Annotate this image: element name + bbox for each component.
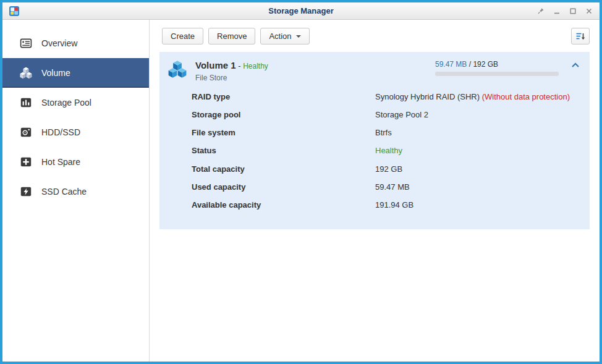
titlebar: Storage Manager (2, 2, 600, 20)
detail-label: Status (192, 145, 375, 157)
maximize-button[interactable] (569, 7, 577, 15)
detail-value: 192 GB (375, 163, 402, 176)
detail-row-status: Status Healthy (192, 145, 580, 157)
volume-subtitle: File Store (195, 74, 268, 82)
action-button-label: Action (269, 32, 291, 41)
detail-value: 191.94 GB (375, 199, 413, 211)
detail-row-file-system: File system Btrfs (192, 127, 580, 139)
volume-usage: 59.47 MB / 192 GB (435, 60, 559, 76)
main-content: Create Remove Action (150, 20, 600, 362)
close-button[interactable] (585, 7, 593, 15)
sidebar-item-volume[interactable]: Volume (2, 58, 149, 88)
detail-row-storage-pool: Storage pool Storage Pool 2 (192, 109, 580, 121)
remove-button[interactable]: Remove (208, 28, 255, 44)
usage-total: 192 GB (473, 60, 498, 69)
sidebar-item-label: Overview (41, 38, 77, 48)
storage-manager-app-icon (9, 6, 20, 17)
volume-panel-header[interactable]: Volume 1 - Healthy File Store 59.47 MB /… (159, 52, 590, 86)
detail-row-total-capacity: Total capacity 192 GB (192, 163, 580, 176)
sidebar: Overview (2, 20, 150, 362)
window-title: Storage Manager (2, 6, 600, 15)
storage-pool-icon (20, 96, 32, 109)
app-body: Overview (2, 20, 600, 362)
detail-row-available-capacity: Available capacity 191.94 GB (192, 199, 580, 211)
minimize-button[interactable] (553, 7, 561, 15)
detail-row-used-capacity: Used capacity 59.47 MB (192, 181, 580, 193)
create-button[interactable]: Create (162, 28, 203, 44)
hdd-ssd-icon (20, 126, 32, 138)
detail-value-status: Healthy (375, 145, 402, 157)
sidebar-item-ssd-cache[interactable]: SSD Cache (2, 177, 149, 206)
sidebar-item-label: Storage Pool (41, 98, 91, 108)
sort-list-icon (575, 32, 585, 41)
usage-used: 59.47 MB (435, 60, 467, 69)
ssd-cache-icon (20, 185, 32, 198)
detail-value: Btrfs (375, 127, 392, 139)
window-controls (536, 7, 593, 15)
detail-label: Used capacity (192, 181, 375, 193)
sidebar-item-label: HDD/SSD (41, 127, 80, 137)
pin-button[interactable] (536, 7, 545, 15)
detail-label: Available capacity (192, 199, 375, 211)
hot-spare-icon (20, 156, 32, 168)
detail-value: Synology Hybrid RAID (SHR) (Without data… (375, 91, 570, 103)
usage-bar (435, 72, 559, 76)
usage-text: 59.47 MB / 192 GB (435, 60, 559, 69)
sidebar-item-hot-spare[interactable]: Hot Spare (2, 147, 149, 177)
sidebar-item-label: Volume (41, 68, 70, 78)
volume-title: Volume 1 (195, 60, 236, 70)
sidebar-item-overview[interactable]: Overview (2, 28, 149, 58)
sidebar-item-storage-pool[interactable]: Storage Pool (2, 88, 149, 117)
sidebar-item-label: Hot Spare (41, 157, 80, 167)
action-button[interactable]: Action (260, 28, 309, 44)
overview-icon (20, 37, 32, 49)
detail-label: Storage pool (192, 109, 375, 121)
sidebar-item-label: SSD Cache (41, 187, 87, 197)
volume-cubes-icon (168, 60, 187, 78)
volume-cubes-icon (20, 67, 32, 79)
toolbar: Create Remove Action (150, 20, 600, 49)
detail-label: RAID type (192, 91, 375, 103)
detail-value: 59.47 MB (375, 181, 410, 193)
detail-row-raid-type: RAID type Synology Hybrid RAID (SHR) (Wi… (192, 91, 580, 103)
volume-titles: Volume 1 - Healthy File Store (195, 60, 268, 82)
detail-label: File system (192, 127, 375, 139)
sidebar-item-hdd-ssd[interactable]: HDD/SSD (2, 117, 149, 147)
volume-panel: Volume 1 - Healthy File Store 59.47 MB /… (159, 52, 590, 229)
raid-warning-text: (Without data protection) (480, 92, 570, 101)
detail-label: Total capacity (192, 163, 375, 176)
detail-value: Storage Pool 2 (375, 109, 428, 121)
chevron-up-icon[interactable] (571, 61, 580, 70)
volume-details: RAID type Synology Hybrid RAID (SHR) (Wi… (159, 86, 590, 229)
volume-status-badge: Healthy (243, 62, 268, 70)
storage-manager-window: Storage Manager (0, 0, 602, 364)
caret-down-icon (296, 35, 301, 38)
sort-button[interactable] (571, 28, 590, 44)
